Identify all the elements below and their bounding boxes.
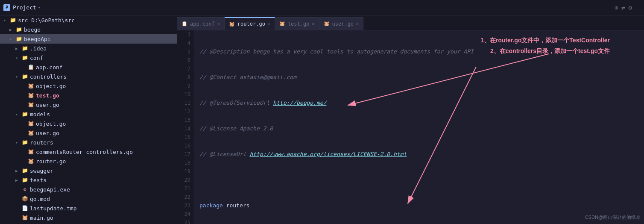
code-line-3: // @Description beego has a very cool to… (199, 47, 639, 56)
tab-label-usergo: user.go (332, 21, 354, 27)
sidebar-item-appconf[interactable]: 📋 app.conf (0, 62, 177, 72)
ln-18: 18 (181, 159, 190, 167)
sidebar-item-routers[interactable]: ▾ 📁 routers (0, 138, 177, 147)
ln-4: 4 (181, 39, 190, 47)
code-line-4: // @Contact astaxie@gmail.com (199, 73, 639, 82)
sidebar-item-beegoapi[interactable]: ▾ 📁 beegoApi (0, 34, 177, 44)
sidebar-item-src[interactable]: ▾ 📁 src D:\GoPath\src (0, 15, 177, 25)
tab-routergo[interactable]: 🐹 router.go ✕ (225, 17, 275, 30)
go-file-icon-objectgo1: 🐹 (27, 83, 34, 89)
tree-label-objectgo1: object.go (36, 83, 66, 89)
add-icon[interactable]: ⊕ (615, 4, 618, 11)
sidebar-item-models[interactable]: ▾ 📁 models (0, 109, 177, 119)
sidebar: ▾ 📁 src D:\GoPath\src ▶ 📁 beego ▾ 📁 beeg… (0, 15, 177, 224)
tree-label-conf: conf (30, 55, 43, 61)
tree-label-tests: tests (30, 177, 47, 183)
go-file-icon-usergo1: 🐹 (27, 101, 34, 108)
sidebar-item-maingo[interactable]: 🐹 main.go (0, 213, 177, 222)
conf-file-icon-appconf: 📋 (27, 64, 34, 71)
ln-25: 25 (181, 218, 190, 224)
tab-label-appconf: app.conf (190, 21, 215, 27)
sidebar-item-objectgo-controllers[interactable]: 🐹 object.go (0, 81, 177, 91)
tree-label-objectgo2: object.go (36, 121, 66, 127)
sidebar-item-commentsrouter[interactable]: 🐹 commentsRouter_controllers.go (0, 147, 177, 156)
tree-arrow-beegoapi: ▾ (9, 37, 15, 41)
tree-label-lastupdate: lastupdate.tmp (30, 205, 77, 212)
tab-appconf[interactable]: 📋 app.conf ✕ (177, 17, 225, 30)
tab-icon-testgo: 🐹 (279, 21, 285, 27)
ln-7: 7 (181, 65, 190, 73)
tree-label-routers: routers (30, 139, 53, 146)
sidebar-item-conf[interactable]: ▾ 📁 conf (0, 53, 177, 62)
tab-close-testgo[interactable]: ✕ (312, 21, 314, 26)
folder-icon-controllers: 📁 (21, 73, 28, 80)
ln-5: 5 (181, 47, 190, 56)
project-dropdown-icon[interactable]: ▾ (38, 5, 41, 10)
folder-icon-src: 📁 (9, 17, 16, 24)
folder-icon-tests: 📁 (21, 177, 28, 183)
editor-area: 📋 app.conf ✕ 🐹 router.go ✕ 🐹 test.go ✕ 🐹… (177, 15, 644, 224)
tab-icon-appconf: 📋 (181, 21, 187, 27)
sidebar-item-swagger[interactable]: ▶ 📁 swagger (0, 166, 177, 175)
tab-close-appconf[interactable]: ✕ (217, 21, 220, 26)
ln-11: 11 (181, 99, 190, 107)
settings-icon[interactable]: ⚙ (629, 4, 632, 11)
sidebar-item-gomod[interactable]: 📦 go.mod (0, 194, 177, 203)
sidebar-item-objectgo-models[interactable]: 🐹 object.go (0, 119, 177, 128)
ln-3: 3 (181, 30, 190, 39)
folder-icon-models: 📁 (21, 111, 28, 118)
mod-file-icon: 📦 (21, 195, 28, 202)
tree-label-beegoapi: beegoApi (24, 36, 51, 42)
sidebar-item-controllers[interactable]: ▾ 📁 controllers (0, 72, 177, 81)
code-line-8 (199, 176, 639, 184)
tree-arrow-conf: ▾ (15, 56, 21, 60)
tab-close-usergo[interactable]: ✕ (356, 21, 359, 26)
sidebar-item-exe[interactable]: ⚙ beegoApi.exe (0, 185, 177, 194)
sidebar-item-testgo[interactable]: 🐹 test.go (0, 91, 177, 100)
tree-label-swagger: swagger (30, 168, 53, 174)
ln-17: 17 (181, 150, 190, 159)
code-line-5: // @TermsOfServiceUrl http://beego.me/ (199, 99, 639, 107)
code-editor[interactable]: 3 4 5 6 7 8 9 10 11 12 13 14 15 16 17 18… (177, 30, 644, 224)
tab-label-routergo: router.go (237, 21, 265, 27)
folder-icon-swagger: 📁 (21, 167, 28, 174)
go-file-icon-commentsrouter: 🐹 (27, 148, 34, 155)
tab-testgo[interactable]: 🐹 test.go ✕ (275, 17, 319, 30)
sidebar-item-idea[interactable]: ▶ 📁 .idea (0, 44, 177, 53)
exe-file-icon: ⚙ (21, 186, 28, 193)
title-bar-left: P Project ▾ (3, 4, 89, 11)
tree-label-usergo1: user.go (36, 102, 59, 108)
folder-icon-conf: 📁 (21, 54, 28, 61)
sync-icon[interactable]: ⇄ (621, 4, 625, 11)
tree-label-beego: beego (24, 27, 41, 33)
tree-label-testgo: test.go (36, 92, 59, 99)
sidebar-item-tests[interactable]: ▶ 📁 tests (0, 175, 177, 185)
folder-icon-beegoapi: 📁 (15, 35, 22, 42)
sidebar-item-usergo-controllers[interactable]: 🐹 user.go (0, 100, 177, 109)
line-numbers: 3 4 5 6 7 8 9 10 11 12 13 14 15 16 17 18… (177, 30, 194, 224)
folder-icon-routers: 📁 (21, 139, 28, 146)
ln-21: 21 (181, 184, 190, 193)
sidebar-item-beego[interactable]: ▶ 📁 beego (0, 25, 177, 34)
tree-arrow-routers: ▾ (15, 140, 21, 145)
ln-12: 12 (181, 107, 190, 116)
sidebar-item-swaggerzip[interactable]: 🗜 swagger.zip (0, 222, 177, 224)
folder-icon-beego: 📁 (15, 26, 22, 33)
code-line-7: // @LicenseUrl http://www.apache.org/lic… (199, 150, 639, 159)
tree-arrow-idea: ▶ (15, 46, 21, 51)
ln-9: 9 (181, 82, 190, 90)
tree-label-controllers: controllers (30, 74, 67, 80)
tree-label-gomod: go.mod (30, 196, 50, 202)
ln-23: 23 (181, 201, 190, 210)
sidebar-item-usergo-models[interactable]: 🐹 user.go (0, 128, 177, 138)
tab-usergo[interactable]: 🐹 user.go ✕ (319, 17, 364, 30)
tab-icon-routergo: 🐹 (229, 21, 235, 27)
ln-6: 6 (181, 56, 190, 65)
tab-close-routergo[interactable]: ✕ (268, 22, 270, 27)
tmp-file-icon: 📄 (21, 205, 28, 212)
go-file-icon-maingo: 🐹 (21, 214, 28, 221)
sidebar-item-routergo[interactable]: 🐹 router.go (0, 156, 177, 166)
main-layout: ▾ 📁 src D:\GoPath\src ▶ 📁 beego ▾ 📁 beeg… (0, 15, 644, 224)
sidebar-item-lastupdate[interactable]: 📄 lastupdate.tmp (0, 203, 177, 213)
tree-label-src: src D:\GoPath\src (18, 17, 75, 24)
